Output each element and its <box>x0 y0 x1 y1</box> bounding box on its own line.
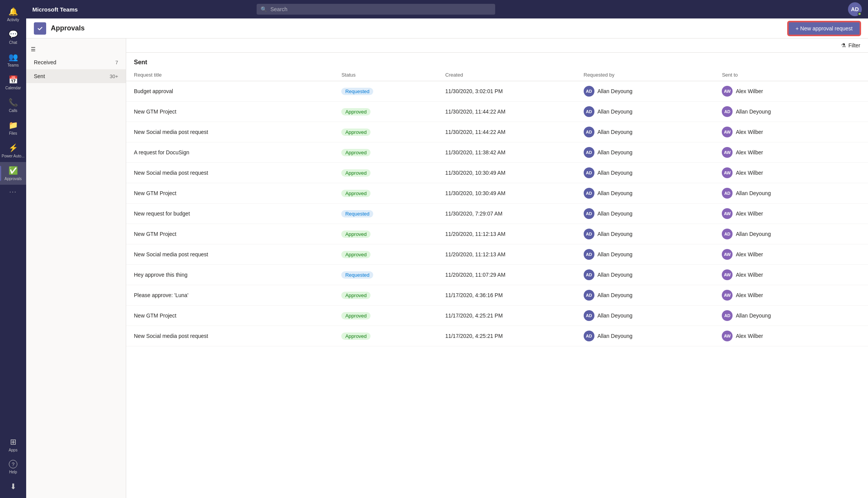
row-created: 11/20/2020, 11:12:13 AM <box>445 231 584 237</box>
calendar-icon: 📅 <box>8 75 18 84</box>
nav-item-received[interactable]: Received 7 <box>26 55 126 69</box>
table-row[interactable]: New Social media post request Approved 1… <box>126 122 868 142</box>
search-bar: 🔍 <box>257 4 495 15</box>
row-sent-to: AW Alex Wilber <box>722 147 860 158</box>
sidebar-item-help[interactable]: ? Help <box>0 456 26 478</box>
row-title: Hey approve this thing <box>134 272 341 278</box>
avatar: AD <box>722 229 733 239</box>
activity-icon: 🔔 <box>8 7 18 16</box>
sidebar-item-label: Calls <box>9 109 17 113</box>
col-created: Created <box>445 72 584 78</box>
avatar: AD <box>584 147 594 158</box>
table-row[interactable]: New GTM Project Approved 11/17/2020, 4:2… <box>126 306 868 326</box>
row-sent-to: AW Alex Wilber <box>722 331 860 341</box>
sidebar-item-download[interactable]: ⬇ <box>0 478 26 495</box>
filter-label: Filter <box>848 42 860 48</box>
table-row[interactable]: Please approve: 'Luna' Approved 11/17/20… <box>126 285 868 306</box>
left-panel: ☰ Received 7 Sent 30+ <box>26 38 126 498</box>
row-sent-to: AW Alex Wilber <box>722 86 860 97</box>
nav-label-received: Received <box>34 59 56 65</box>
sidebar-item-power-automate[interactable]: ⚡ Power Auto... <box>0 139 26 162</box>
filter-bar: ⚗ Filter <box>126 38 868 53</box>
avatar[interactable]: AD <box>848 2 862 16</box>
files-icon: 📁 <box>8 120 18 130</box>
panel-menu-icon[interactable]: ☰ <box>26 43 126 55</box>
status-badge: Requested <box>341 88 445 95</box>
row-created: 11/30/2020, 11:44:22 AM <box>445 109 584 115</box>
row-created: 11/20/2020, 11:12:13 AM <box>445 251 584 257</box>
table-row[interactable]: New GTM Project Approved 11/30/2020, 11:… <box>126 102 868 122</box>
row-sent-to: AD Allan Deyoung <box>722 106 860 117</box>
row-sent-to: AW Alex Wilber <box>722 249 860 260</box>
row-title: Budget approval <box>134 88 341 94</box>
search-icon: 🔍 <box>260 6 267 12</box>
status-badge: Approved <box>341 149 445 156</box>
table-row[interactable]: Budget approval Requested 11/30/2020, 3:… <box>126 81 868 102</box>
nav-label-sent: Sent <box>34 73 45 79</box>
status-badge: Approved <box>341 190 445 197</box>
avatar: AW <box>722 147 733 158</box>
row-created: 11/20/2020, 11:07:29 AM <box>445 272 584 278</box>
avatar: AD <box>584 167 594 178</box>
nav-item-sent[interactable]: Sent 30+ <box>26 69 126 83</box>
row-title: New GTM Project <box>134 231 341 237</box>
sidebar-item-activity[interactable]: 🔔 Activity <box>0 3 26 26</box>
avatar: AD <box>584 106 594 117</box>
row-sent-to: AD Allan Deyoung <box>722 310 860 321</box>
filter-button[interactable]: ⚗ Filter <box>841 42 860 48</box>
status-badge: Requested <box>341 210 445 217</box>
row-created: 11/30/2020, 10:30:49 AM <box>445 170 584 176</box>
avatar: AW <box>722 167 733 178</box>
row-sent-to: AW Alex Wilber <box>722 127 860 137</box>
right-panel: ⚗ Filter Sent Request title Status Creat… <box>126 38 868 498</box>
col-sent-to: Sent to <box>722 72 860 78</box>
avatar: AD <box>584 269 594 280</box>
sidebar-item-calls[interactable]: 📞 Calls <box>0 94 26 117</box>
row-requested-by: AD Allan Deyoung <box>584 229 722 239</box>
row-requested-by: AD Allan Deyoung <box>584 290 722 301</box>
avatar: AD <box>584 188 594 199</box>
table-row[interactable]: New request for budget Requested 11/30/2… <box>126 204 868 224</box>
approvals-icon: ✅ <box>8 166 18 175</box>
status-badge: Approved <box>341 251 445 258</box>
table-row[interactable]: New Social media post request Approved 1… <box>126 244 868 265</box>
table-row[interactable]: New GTM Project Approved 11/20/2020, 11:… <box>126 224 868 244</box>
sidebar-item-chat[interactable]: 💬 Chat <box>0 26 26 48</box>
avatar: AD <box>722 188 733 199</box>
row-requested-by: AD Allan Deyoung <box>584 331 722 341</box>
sidebar-item-files[interactable]: 📁 Files <box>0 117 26 139</box>
avatar: AD <box>722 106 733 117</box>
sidebar-item-more[interactable]: ··· <box>0 185 26 199</box>
sidebar-item-label: Apps <box>9 448 18 452</box>
table-row[interactable]: New Social media post request Approved 1… <box>126 163 868 183</box>
row-created: 11/17/2020, 4:36:16 PM <box>445 292 584 298</box>
status-badge: Requested <box>341 271 445 279</box>
avatar: AD <box>584 127 594 137</box>
row-requested-by: AD Allan Deyoung <box>584 269 722 280</box>
new-approval-request-button[interactable]: + New approval request <box>788 22 860 35</box>
avatar: AD <box>584 249 594 260</box>
row-requested-by: AD Allan Deyoung <box>584 188 722 199</box>
sidebar-item-approvals[interactable]: ✅ Approvals <box>0 162 26 185</box>
avatar: AD <box>584 310 594 321</box>
row-title: A request for DocuSign <box>134 149 341 155</box>
row-created: 11/17/2020, 4:25:21 PM <box>445 313 584 319</box>
table-row[interactable]: Hey approve this thing Requested 11/20/2… <box>126 265 868 285</box>
approvals-page-icon <box>34 22 46 35</box>
avatar: AD <box>584 86 594 97</box>
search-input[interactable] <box>257 4 495 15</box>
sidebar-item-apps[interactable]: ⊞ Apps <box>0 433 26 456</box>
row-title: New GTM Project <box>134 313 341 319</box>
table-row[interactable]: New GTM Project Approved 11/30/2020, 10:… <box>126 183 868 204</box>
row-title: New Social media post request <box>134 170 341 176</box>
row-created: 11/30/2020, 11:44:22 AM <box>445 129 584 135</box>
sidebar-item-calendar[interactable]: 📅 Calendar <box>0 71 26 94</box>
sidebar-item-teams[interactable]: 👥 Teams <box>0 48 26 71</box>
sidebar-item-label: Chat <box>9 40 17 45</box>
avatar: AD <box>584 331 594 341</box>
table-row[interactable]: New Social media post request Approved 1… <box>126 326 868 346</box>
sidebar-item-label: Approvals <box>5 177 22 181</box>
table-row[interactable]: A request for DocuSign Approved 11/30/20… <box>126 142 868 163</box>
status-badge: Approved <box>341 312 445 319</box>
col-status: Status <box>341 72 445 78</box>
